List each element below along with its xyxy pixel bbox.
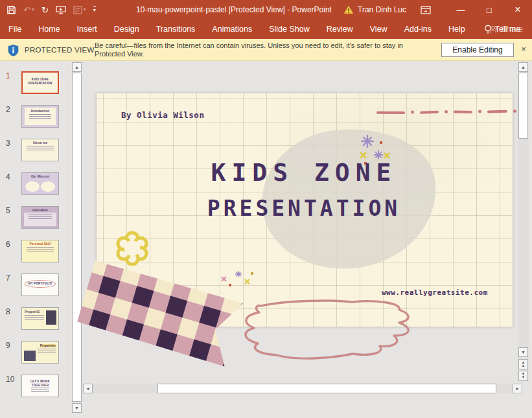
thumbnail-scroll-thumb[interactable]: [72, 73, 82, 402]
red-dot-icon: [380, 141, 382, 144]
ribbon-display-options-icon[interactable]: [421, 6, 431, 14]
customize-qat-icon[interactable]: ▾: [93, 6, 96, 13]
sparkle-asterisk-icon: [235, 271, 242, 277]
enable-editing-button[interactable]: Enable Editing: [441, 43, 514, 57]
slide-number-4: 4: [6, 172, 10, 181]
slide-thumbnail-2[interactable]: Introduction: [21, 105, 59, 128]
slide-thumbnail-1[interactable]: KIDS ZONE PRESENTATION: [21, 71, 59, 94]
tab-review[interactable]: Review: [318, 19, 362, 39]
minimize-button[interactable]: —: [446, 0, 475, 19]
undo-icon[interactable]: ↶▾: [23, 6, 34, 14]
tab-file[interactable]: File: [0, 19, 30, 39]
horizontal-scroll-thumb[interactable]: [157, 384, 496, 393]
mini-sparkle-cluster: [221, 271, 260, 292]
slide-thumbnail-7[interactable]: MY PORTFOLIO: [21, 273, 59, 296]
scroll-right-icon[interactable]: ►: [513, 384, 522, 393]
protected-view-banner: PROTECTED VIEW Be careful—files from the…: [0, 39, 532, 61]
tab-transitions[interactable]: Transitions: [148, 19, 204, 39]
user-name: Tran Dinh Luc: [358, 5, 406, 14]
share-button[interactable]: Share: [489, 25, 523, 34]
slide-byline: By Olivia Wilson: [121, 110, 204, 120]
start-slideshow-icon[interactable]: [56, 5, 66, 15]
slide-thumbnail-8[interactable]: Project 01: [21, 307, 59, 330]
tab-design[interactable]: Design: [106, 19, 148, 39]
tab-insert[interactable]: Insert: [69, 19, 106, 39]
slide-title-line2: PRESENTATION: [174, 196, 434, 221]
vertical-scroll-thumb[interactable]: [518, 73, 528, 139]
pink-outline-blob: [232, 294, 426, 367]
warning-icon: [343, 5, 354, 14]
thumbnail-scrollbar[interactable]: ▲ ▼: [71, 61, 83, 418]
slide-number-1: 1: [6, 71, 10, 80]
slide-number-3: 3: [6, 139, 10, 148]
slide-canvas: By Olivia Wilson KIDS ZONE PRESENTATION: [83, 61, 518, 418]
slide-thumbnail-5[interactable]: Education: [21, 206, 59, 229]
ribbon-tab-bar: File Home Insert Design Transitions Anim…: [0, 19, 532, 39]
thumbnail-scroll-down-icon[interactable]: ▼: [72, 403, 82, 413]
slide-number-2: 2: [6, 105, 10, 114]
tab-slideshow[interactable]: Slide Show: [260, 19, 318, 39]
scroll-up-icon[interactable]: ▲: [518, 62, 528, 72]
slide-number-7: 7: [6, 273, 10, 283]
slide-number-10: 10: [6, 375, 14, 384]
account-area[interactable]: Tran Dinh Luc: [343, 5, 406, 14]
close-button[interactable]: ×: [503, 0, 532, 19]
slide-thumbnail-9[interactable]: Properties: [21, 341, 59, 364]
banner-close-icon[interactable]: ×: [518, 44, 529, 54]
dashed-line-doodle: [376, 110, 516, 114]
shield-info-icon: [8, 44, 19, 56]
window-title: 10-mau-powerpoint-pastel [Protected View…: [136, 0, 332, 19]
tab-view[interactable]: View: [362, 19, 396, 39]
sparkle-asterisk-icon: [361, 135, 374, 148]
next-slide-button[interactable]: ▼▼: [518, 371, 528, 381]
slide-thumbnail-panel: 1 KIDS ZONE PRESENTATION 2 Introduction …: [0, 61, 71, 418]
title-bar: ↶▾ ↻ ▾ ▾ 10-mau-powerpoint-pastel [Prote…: [0, 0, 532, 19]
banner-label: PROTECTED VIEW: [25, 46, 95, 54]
thumbnail-scroll-up-icon[interactable]: ▲: [72, 62, 82, 72]
yellow-cross-icon: [244, 279, 250, 284]
scroll-down-icon[interactable]: ▼: [518, 347, 528, 357]
flower-doodle-icon: [115, 231, 150, 266]
slide-thumbnail-6[interactable]: Personal Skill: [21, 240, 59, 262]
tab-animations[interactable]: Animations: [203, 19, 260, 39]
scroll-left-icon[interactable]: ◄: [83, 384, 93, 393]
vertical-scrollbar[interactable]: ▲ ▼ ▲▲ ▼▼: [518, 62, 529, 382]
tab-help[interactable]: Help: [440, 19, 474, 39]
pink-cross-icon: [221, 276, 227, 282]
powerpoint-window: ↶▾ ↻ ▾ ▾ 10-mau-powerpoint-pastel [Prote…: [0, 0, 532, 418]
slide-thumbnail-10[interactable]: LET'S WORK TOGETHER: [21, 375, 59, 397]
tab-home[interactable]: Home: [30, 19, 68, 39]
slide-title-line1: KIDS ZONE: [181, 158, 427, 187]
slide-number-5: 5: [6, 206, 10, 215]
slide-number-8: 8: [6, 307, 10, 316]
slide-thumbnail-3[interactable]: About me: [21, 139, 59, 161]
share-person-icon: [489, 25, 498, 34]
slide-thumbnail-4[interactable]: Our Mission: [21, 172, 59, 195]
redo-icon[interactable]: ↻: [41, 6, 49, 14]
slide-number-9: 9: [6, 341, 10, 350]
tab-addins[interactable]: Add-ins: [396, 19, 440, 39]
banner-message: Be careful—files from the Internet can c…: [95, 41, 435, 58]
save-icon[interactable]: [6, 5, 16, 15]
previous-slide-button[interactable]: ▲▲: [518, 359, 528, 369]
reading-view-icon[interactable]: ▾: [73, 6, 86, 14]
maximize-button[interactable]: □: [475, 0, 503, 19]
horizontal-scrollbar[interactable]: ◄ ►: [83, 384, 522, 393]
slide-number-6: 6: [6, 240, 10, 249]
quick-access-toolbar: ↶▾ ↻ ▾ ▾: [6, 0, 96, 19]
